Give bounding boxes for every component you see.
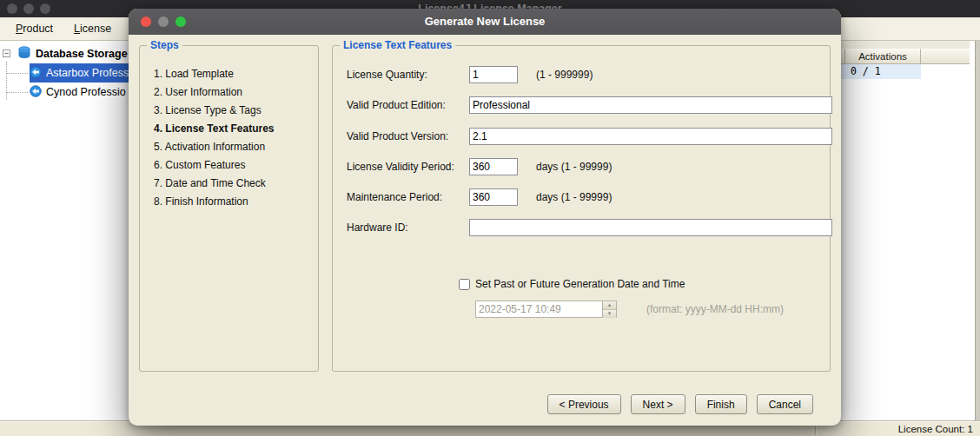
product-edition-row: Valid Product Edition:: [347, 96, 820, 114]
generation-date-checkbox-row: Set Past or Future Generation Date and T…: [459, 278, 685, 290]
product-icon: [30, 85, 42, 100]
license-quantity-label: License Quantity:: [347, 69, 427, 81]
maintenance-period-label: Maintenance Period:: [347, 191, 442, 203]
validity-period-row: License Validity Period: days (1 - 99999…: [347, 158, 820, 175]
license-quantity-row: License Quantity: (1 - 999999): [347, 66, 820, 83]
steps-list: 1. Load Template 2. User Information 3. …: [154, 65, 275, 211]
collapse-icon[interactable]: −: [3, 50, 10, 57]
next-button[interactable]: Next >: [631, 394, 685, 414]
spinner-down-icon[interactable]: ▼: [603, 310, 616, 318]
license-text-features-groupbox: License Text Features License Quantity: …: [332, 45, 831, 372]
product-edition-label: Valid Product Edition:: [347, 99, 446, 111]
validity-period-label: License Validity Period:: [347, 161, 454, 173]
menu-license[interactable]: License: [65, 20, 120, 37]
tree-item-label: Cynod Professio: [46, 86, 126, 98]
license-quantity-hint: (1 - 999999): [536, 69, 593, 81]
generation-date-input[interactable]: [475, 301, 603, 318]
step-item-1: 1. Load Template: [154, 65, 275, 83]
menu-product[interactable]: Product: [7, 20, 62, 37]
dialog-button-row: < Previous Next > Finish Cancel: [547, 394, 813, 414]
tree-item-label: Astarbox Profess: [46, 67, 129, 79]
finish-button[interactable]: Finish: [695, 394, 747, 414]
step-item-5: 5. Activation Information: [154, 138, 275, 156]
step-item-2: 2. User Information: [154, 83, 275, 102]
tree-root-label: Database Storage: [36, 48, 128, 60]
hardware-id-label: Hardware ID:: [347, 221, 408, 234]
generation-date-format-hint: (format: yyyy-MM-dd HH:mm): [646, 303, 784, 315]
previous-button[interactable]: < Previous: [547, 394, 621, 414]
maintenance-period-row: Maintenance Period: days (1 - 99999): [347, 188, 820, 206]
activations-cell: 0 / 1: [851, 64, 881, 79]
hardware-id-row: Hardware ID:: [347, 219, 820, 236]
step-item-3: 3. License Type & Tags: [154, 102, 275, 120]
database-icon: [17, 46, 31, 63]
table-header-activations[interactable]: Activations: [845, 49, 921, 64]
window-right-edge: [975, 41, 980, 420]
product-version-row: Valid Product Version:: [347, 128, 820, 145]
product-icon: [30, 66, 42, 81]
generation-date-checkbox-label: Set Past or Future Generation Date and T…: [475, 278, 685, 290]
validity-period-input[interactable]: [469, 158, 518, 175]
step-item-8: 8. Finish Information: [154, 193, 275, 211]
steps-groupbox: Steps 1. Load Template 2. User Informati…: [139, 45, 319, 372]
maintenance-period-input[interactable]: [469, 188, 518, 206]
table-header-filler: [921, 49, 970, 64]
license-count-status: License Count: 1: [898, 424, 973, 434]
generation-date-spinner[interactable]: ▲ ▼: [603, 301, 617, 318]
maintenance-period-hint: days (1 - 99999): [536, 191, 612, 203]
cancel-button[interactable]: Cancel: [757, 394, 813, 414]
hardware-id-input[interactable]: [469, 219, 832, 236]
product-version-input[interactable]: [469, 128, 832, 145]
step-item-7: 7. Date and Time Check: [154, 175, 275, 193]
dialog-titlebar[interactable]: Generate New License: [129, 9, 841, 35]
dialog-title: Generate New License: [129, 15, 841, 28]
generation-date-checkbox[interactable]: [459, 279, 470, 290]
license-quantity-input[interactable]: [469, 66, 518, 83]
validity-period-hint: days (1 - 99999): [536, 161, 612, 173]
product-version-label: Valid Product Version:: [347, 130, 448, 142]
step-item-6: 6. Custom Features: [154, 156, 275, 175]
product-edition-input[interactable]: [469, 96, 832, 114]
steps-groupbox-title: Steps: [147, 39, 182, 51]
step-item-4: 4. License Text Features: [154, 120, 275, 138]
spinner-up-icon[interactable]: ▲: [603, 301, 616, 310]
generate-new-license-dialog: Generate New License Steps 1. Load Templ…: [129, 9, 841, 426]
features-groupbox-title: License Text Features: [340, 39, 455, 51]
